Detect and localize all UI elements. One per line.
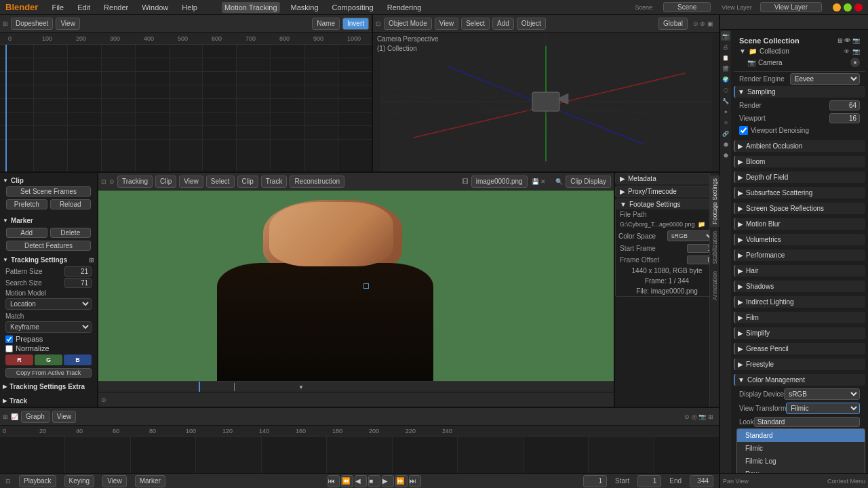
maximize-button[interactable] [844, 3, 852, 12]
tracking-mode-btn[interactable]: Tracking [117, 176, 153, 188]
freestyle-header[interactable]: ▶ Freestyle [734, 359, 865, 370]
viewport-global-btn[interactable]: Global [658, 18, 688, 30]
particles-props-icon[interactable]: ✦ [721, 107, 730, 117]
match-select[interactable]: Keyframe [5, 321, 92, 333]
colorspace-select[interactable]: sRGB [667, 230, 715, 241]
mb-header[interactable]: ▶ Motion Blur [734, 218, 865, 230]
workspace-motion-tracking[interactable]: Motion Tracking [222, 2, 280, 13]
display-device-select[interactable]: sRGB [784, 388, 860, 400]
material-props-icon[interactable]: ⬟ [721, 150, 730, 160]
look-option-filmic[interactable]: Filmic [737, 442, 865, 455]
tracking-settings-header[interactable]: ▼ Tracking Settings ⊞ [3, 255, 94, 265]
reload-btn[interactable]: Reload [50, 199, 92, 209]
clip-menu2-btn[interactable]: Clip [237, 176, 258, 188]
scene-selector[interactable]: Scene [663, 2, 711, 12]
track-section-header[interactable]: ▶ Track [3, 396, 94, 406]
object-mode-btn[interactable]: Object Mode [384, 18, 432, 30]
prepass-checkbox[interactable] [5, 336, 13, 343]
gp-header[interactable]: ▶ Grease Pencil [734, 343, 865, 354]
bloom-header[interactable]: ▶ Bloom [734, 156, 865, 167]
view-layer-selector[interactable]: View Layer [760, 2, 822, 12]
perf-header[interactable]: ▶ Performance [734, 249, 865, 261]
collection-eye-icon[interactable]: 👁 [844, 48, 850, 55]
viewport-samples-input[interactable] [829, 113, 860, 123]
scene-props-icon[interactable]: 🎬 [721, 64, 730, 73]
dof-header[interactable]: ▶ Depth of Field [734, 171, 865, 183]
view-transform-select[interactable]: Filmic [786, 403, 860, 414]
camera-item[interactable]: 📷 Camera ● [736, 56, 863, 68]
physics-props-icon[interactable]: ⚛ [721, 118, 730, 127]
jump-end-btn[interactable]: ⏭ [409, 475, 421, 487]
workspace-rendering[interactable]: Rendering [384, 2, 425, 13]
object-props-icon[interactable]: ⬡ [721, 85, 730, 95]
clip-canvas[interactable] [98, 190, 614, 381]
step-back-btn[interactable]: ⏪ [341, 475, 353, 487]
pattern-size-input[interactable] [64, 266, 92, 277]
menu-edit[interactable]: Edit [75, 2, 93, 13]
minimize-button[interactable] [833, 3, 841, 12]
clip-section-header[interactable]: ▼ Clip [3, 176, 94, 186]
start-frame-input[interactable] [637, 475, 661, 487]
select-menu-btn[interactable]: Select [206, 176, 235, 188]
graph-mode-btn[interactable]: Graph [21, 411, 50, 423]
constraints-props-icon[interactable]: 🔗 [721, 129, 730, 138]
copy-from-active-btn[interactable]: Copy From Active Track [5, 368, 92, 378]
collection-item[interactable]: ▼ 📁 Collection 👁 📷 [736, 46, 863, 56]
play-btn[interactable]: ▶ [382, 475, 394, 487]
search-size-input[interactable] [64, 278, 92, 288]
green-channel-btn[interactable]: G [35, 354, 62, 365]
blue-channel-btn[interactable]: B [64, 354, 92, 365]
view-menu-btn[interactable]: View [179, 176, 203, 188]
data-props-icon[interactable]: ⬢ [721, 140, 730, 149]
viewport-object-btn[interactable]: Object [517, 18, 546, 30]
sss-header[interactable]: ▶ Subsurface Scattering [734, 187, 865, 199]
viewport-denoising-input[interactable] [739, 126, 748, 135]
clip-timeline-bar[interactable]: ▼ [98, 381, 614, 392]
play-back-btn[interactable]: ◀ [355, 475, 367, 487]
menu-window[interactable]: Window [139, 2, 171, 13]
delete-marker-btn[interactable]: Delete [50, 228, 92, 238]
shadows-header[interactable]: ▶ Shadows [734, 281, 865, 292]
menu-render[interactable]: Render [101, 2, 131, 13]
jump-start-btn[interactable]: ⏮ [328, 475, 340, 487]
add-marker-btn[interactable]: Add [6, 228, 47, 238]
playback-mode-btn[interactable]: Playback [19, 475, 56, 487]
keying-btn[interactable]: Keying [64, 475, 95, 487]
view-btn[interactable]: View [102, 475, 127, 487]
viewport-add-btn[interactable]: Add [492, 18, 514, 30]
world-props-icon[interactable]: 🌍 [721, 75, 730, 84]
stop-btn[interactable]: ■ [368, 475, 380, 487]
workspace-compositing[interactable]: Compositing [330, 2, 376, 13]
view-layer-props-icon[interactable]: 📋 [721, 53, 730, 62]
modifier-props-icon[interactable]: 🔧 [721, 96, 730, 106]
prefetch-btn[interactable]: Prefetch [6, 199, 47, 209]
clip-display-btn[interactable]: Clip Display [566, 176, 611, 188]
viewport-canvas[interactable]: Camera Perspective (1) Collection [373, 33, 719, 171]
collection-camera-icon[interactable]: 📷 [852, 48, 860, 55]
file-browse-icon[interactable]: 📁 [698, 221, 705, 228]
dopesheet-content[interactable] [0, 45, 372, 171]
reconstruction-menu-btn[interactable]: Reconstruction [290, 176, 344, 188]
footage-settings-header[interactable]: ▼ Footage Settings [616, 199, 718, 209]
ssr-header[interactable]: ▶ Screen Space Reflections [734, 203, 865, 214]
motion-model-select[interactable]: Location [5, 298, 92, 310]
look-option-raw[interactable]: Raw [737, 468, 865, 473]
look-option-standard[interactable]: Standard [737, 429, 865, 442]
detect-features-btn[interactable]: Detect Features [6, 241, 91, 251]
hair-header[interactable]: ▶ Hair [734, 265, 865, 277]
menu-help[interactable]: Help [179, 2, 200, 13]
sampling-header[interactable]: ▼ Sampling [734, 86, 865, 98]
graph-view-btn[interactable]: View [52, 411, 77, 423]
viewport-select-btn[interactable]: Select [461, 18, 490, 30]
viewport-view-btn[interactable]: View [435, 18, 459, 30]
end-frame-input[interactable] [690, 475, 713, 487]
output-props-icon[interactable]: 🖨 [721, 42, 730, 52]
metadata-header[interactable]: ▶ Metadata [616, 174, 718, 184]
graph-canvas[interactable]: 0 20 40 60 80 100 120 140 160 180 200 22… [0, 426, 719, 473]
marker-btn[interactable]: Marker [135, 475, 165, 487]
step-fwd-btn[interactable]: ⏩ [395, 475, 408, 487]
proxy-header[interactable]: ▶ Proxy/Timecode [616, 186, 718, 197]
simplify-header[interactable]: ▶ Simplify [734, 327, 865, 339]
dopesheet-name-btn[interactable]: Name [312, 18, 340, 30]
look-selector[interactable]: Standard [754, 417, 860, 427]
